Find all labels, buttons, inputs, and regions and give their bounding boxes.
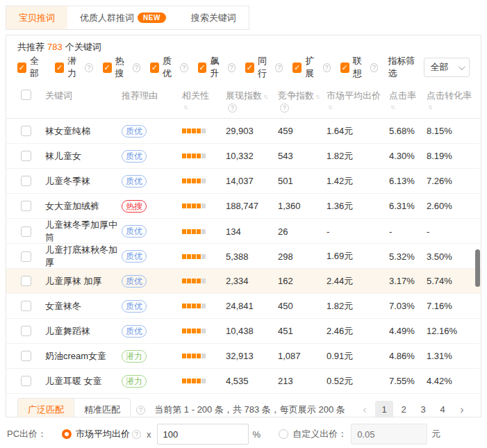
row-checkbox[interactable] — [21, 351, 31, 361]
column-label-text: 关键词 — [45, 90, 72, 101]
new-badge: NEW — [138, 13, 166, 23]
filter-checkbox-2[interactable]: ✓潜力? — [55, 55, 92, 80]
metric-filter-select[interactable]: 全部 — [424, 58, 470, 77]
reason-badge: 质优 — [122, 150, 147, 163]
next-page-icon[interactable]: › — [453, 401, 471, 417]
row-checkbox[interactable] — [21, 326, 31, 336]
exact-match-button[interactable]: 精准匹配 — [74, 398, 131, 417]
page-button-4[interactable]: 4 — [434, 401, 452, 417]
market-bid-help-icon[interactable]: ? — [132, 430, 141, 439]
relevance-bars — [182, 128, 226, 133]
select-all-checkbox[interactable] — [21, 90, 31, 100]
checkbox-checked-icon[interactable]: ✓ — [150, 63, 159, 73]
impression-cell: 5,388 — [226, 251, 278, 262]
reason-badge: 质优 — [122, 125, 147, 138]
ctr-cell: 5.68% — [389, 126, 427, 136]
help-icon[interactable]: ? — [323, 63, 331, 72]
page-button-3[interactable]: 3 — [414, 401, 432, 417]
checkbox-checked-icon[interactable]: ✓ — [292, 63, 302, 73]
chevron-down-icon — [459, 63, 465, 70]
relevance-bar — [182, 254, 186, 259]
row-checkbox[interactable] — [21, 276, 31, 286]
ctr-cell: 4.30% — [389, 151, 427, 161]
filter-checkbox-6[interactable]: ✓同行? — [245, 55, 283, 80]
sort-icon[interactable]: ↑↓ — [328, 103, 331, 110]
help-icon[interactable]: ? — [228, 103, 237, 113]
relevance-bar — [182, 379, 186, 383]
relevance-bar — [192, 279, 196, 283]
market-bid-percent-input[interactable] — [157, 424, 249, 445]
competition-cell: 1,087 — [278, 351, 327, 361]
filter-checkbox-3[interactable]: ✓热搜? — [103, 55, 140, 80]
checkbox-checked-icon[interactable]: ✓ — [198, 63, 207, 73]
row-checkbox[interactable] — [21, 301, 31, 311]
column-label: 点击转化率 — [427, 90, 475, 102]
help-icon[interactable]: ? — [370, 63, 378, 72]
checkbox-checked-icon[interactable]: ✓ — [340, 63, 349, 73]
market-bid-radio[interactable] — [62, 429, 72, 439]
column-header-ctr: 点击率↑↓ — [389, 90, 427, 110]
ctr-cell: 7.55% — [389, 376, 427, 386]
help-icon[interactable]: ? — [280, 103, 289, 113]
prev-page-icon[interactable]: ‹ — [356, 401, 374, 417]
market-bid-option-label: 市场平均出价 — [76, 428, 130, 440]
custom-bid-radio[interactable] — [279, 429, 288, 439]
avg-bid-cell: 1.42元 — [327, 175, 389, 188]
keyword-cell: 儿童冬季袜 — [45, 175, 122, 188]
checkbox-checked-icon[interactable]: ✓ — [245, 63, 254, 73]
checkbox-checked-icon[interactable]: ✓ — [17, 63, 26, 73]
sort-icon[interactable]: ↑↓ — [390, 103, 394, 110]
row-checkbox[interactable] — [21, 176, 31, 186]
keyword-cell: 奶油cream女童 — [45, 350, 122, 363]
row-checkbox[interactable] — [21, 151, 31, 161]
relevance-bars — [182, 154, 226, 158]
help-icon[interactable]: ? — [180, 63, 188, 72]
relevance-bar — [182, 279, 186, 283]
keyword-cell: 女大童加绒裤 — [45, 200, 122, 213]
row-checkbox[interactable] — [21, 226, 31, 237]
custom-bid-input[interactable] — [351, 424, 427, 445]
relevance-bar — [201, 354, 206, 358]
match-help-icon[interactable]: ? — [136, 406, 145, 415]
row-checkbox[interactable] — [21, 376, 31, 386]
page-button-2[interactable]: 2 — [395, 401, 413, 417]
scrollbar-thumb[interactable] — [475, 249, 480, 287]
avg-bid-cell: 1.64元 — [327, 125, 389, 138]
help-icon[interactable]: ? — [133, 63, 140, 72]
sort-icon[interactable]: ↑↓ — [428, 103, 431, 110]
competition-cell: 162 — [278, 276, 327, 286]
filter-checkbox-4[interactable]: ✓质优? — [150, 55, 188, 80]
sort-icon[interactable]: ↑↓ — [315, 93, 319, 100]
competition-cell: 1,360 — [278, 201, 327, 211]
column-header-cvr: 点击转化率↑↓ — [427, 90, 475, 110]
relevance-bar — [197, 354, 201, 358]
help-icon[interactable]: ? — [228, 63, 236, 72]
row-checkbox[interactable] — [21, 251, 31, 262]
help-icon[interactable]: ? — [85, 63, 92, 72]
relevance-bar — [197, 204, 201, 208]
relevance-bars — [182, 229, 226, 234]
column-header-relevance: 相关性↑↓ — [182, 90, 226, 110]
cvr-cell: 5.74% — [427, 276, 475, 286]
reason-cell: 热搜 — [122, 200, 182, 213]
filter-checkbox-1[interactable]: ✓全部 — [17, 55, 45, 80]
broad-match-button[interactable]: 广泛匹配 — [17, 398, 74, 417]
sort-icon[interactable]: ↑↓ — [183, 103, 187, 110]
help-icon[interactable]: ? — [275, 63, 283, 72]
ctr-cell: 6.31% — [389, 201, 427, 211]
sort-icon[interactable]: ↑↓ — [263, 93, 267, 100]
summary-prefix: 共推荐 — [17, 42, 44, 52]
filter-checkbox-5[interactable]: ✓飙升? — [198, 55, 236, 80]
tab-3[interactable]: 搜索关键词 — [179, 6, 249, 29]
relevance-bar — [192, 179, 196, 183]
tab-1[interactable]: 宝贝推词 — [6, 6, 67, 29]
checkbox-checked-icon[interactable]: ✓ — [55, 63, 64, 73]
row-checkbox[interactable] — [21, 201, 31, 211]
row-checkbox[interactable] — [21, 126, 31, 136]
filter-checkbox-7[interactable]: ✓扩展? — [292, 55, 330, 80]
tab-2[interactable]: 优质人群推词NEW — [67, 6, 179, 29]
filter-checkbox-8[interactable]: ✓联想? — [340, 55, 378, 80]
checkbox-checked-icon[interactable]: ✓ — [103, 63, 112, 73]
page-button-1[interactable]: 1 — [375, 401, 393, 417]
relevance-bars — [182, 204, 226, 208]
